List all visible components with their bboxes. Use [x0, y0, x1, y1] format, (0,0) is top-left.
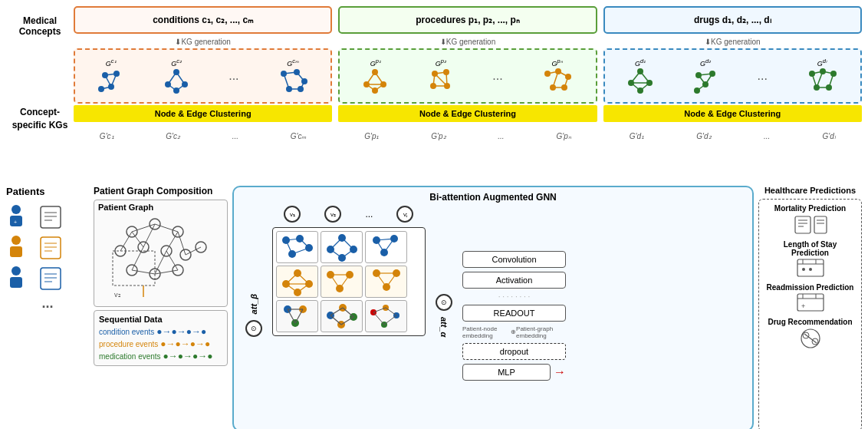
svg-line-134	[292, 248, 309, 254]
concept-kgs-label: Concept-specific KGs	[6, 55, 74, 183]
record-icon-2	[37, 234, 64, 262]
svg-line-175	[295, 309, 303, 323]
proc-clustered: G'p₁G'p₂...G'pₙ	[338, 132, 597, 140]
drug-rec-label: Drug Recommendation	[764, 318, 856, 326]
readmission-pred: Readmission Prediction +	[764, 283, 856, 313]
svg-line-79	[829, 74, 833, 87]
att-alpha-label: att_α	[439, 317, 449, 337]
svg-line-22	[297, 72, 304, 81]
drugs-graphs-box: Gd₁	[603, 48, 862, 104]
node-v1: v₁	[284, 206, 301, 223]
proc-graph-svg-1	[362, 68, 389, 94]
svg-line-114	[120, 232, 132, 251]
mlp-block: MLP	[462, 364, 551, 381]
mlp-row: MLP →	[462, 364, 566, 381]
svg-line-81	[817, 71, 823, 87]
drug-clustered: G'd₁G'd₂...G'dₗ	[603, 132, 862, 140]
cond-graph-1: Gc₁	[97, 58, 124, 94]
cond-graph-svg-2	[163, 68, 190, 94]
svg-point-95	[12, 266, 21, 276]
readmission-icon: +	[795, 292, 826, 313]
node-vj: vⱼ	[396, 206, 413, 223]
subgraph-cell-31	[276, 300, 318, 332]
kg-arrows-row: ⬇ KG generation ⬇ KG generation ⬇ KG gen…	[74, 35, 862, 48]
activation-block: Activation	[462, 272, 566, 289]
cond-graph-svg-1	[97, 68, 124, 94]
svg-line-169	[386, 273, 396, 287]
clustered-row: G'c₁G'c₂...G'cₘ G'p₁G'p₂...G'pₙ G'd₁G'd₂…	[74, 124, 862, 148]
svg-line-69	[705, 74, 712, 84]
subgraph-row-3	[276, 300, 422, 332]
record-icon-1	[37, 203, 64, 231]
svg-text:+: +	[801, 302, 805, 310]
svg-rect-90	[10, 246, 22, 257]
patient-node-emb: Patient-node embedding	[462, 325, 511, 339]
svg-line-120	[155, 251, 166, 274]
proc-graph-svg-n	[541, 68, 574, 94]
svg-line-170	[376, 273, 386, 287]
subgraph-row-2	[276, 266, 422, 298]
svg-text:+: +	[14, 219, 17, 225]
subgraph-cell-33	[365, 300, 407, 332]
drug-graph-2: Gd₂	[692, 58, 719, 94]
drug-graph-svg-1	[627, 68, 654, 94]
svg-line-6	[111, 74, 117, 87]
patient-graph-emb: Patient-graph embedding	[516, 325, 566, 339]
svg-rect-193	[795, 216, 810, 233]
procedures-graphs-box: Gp₁	[338, 48, 597, 104]
patient-graph-title: Patient Graph	[98, 203, 153, 212]
patient-icon-2	[6, 234, 34, 262]
svg-line-143	[342, 249, 353, 258]
predictions-title: Healthcare Predictions	[758, 186, 862, 195]
los-pred: Length of Stay Prediction	[764, 240, 856, 279]
headers-row: conditions c₁, c₂, ..., cₘ procedures p₁…	[74, 6, 862, 34]
svg-line-149	[376, 240, 384, 252]
mortality-pred: Mortality Prediction	[764, 204, 856, 236]
mortality-icon	[791, 213, 830, 236]
patient-row-2	[6, 234, 89, 262]
svg-line-70	[697, 84, 705, 91]
los-label: Length of Stay Prediction	[764, 240, 856, 257]
subgraph-row-1	[276, 231, 422, 263]
patients-label: Patients	[6, 186, 89, 197]
subgraph-cell-32	[321, 300, 363, 332]
cond-graph-2: Gc₂	[163, 58, 190, 94]
svg-line-121	[166, 251, 178, 270]
biattention-panel: Bi-attention Augmented GNN att_β ⊙ v₁ v₂…	[232, 186, 754, 429]
svg-line-50	[558, 71, 568, 77]
svg-line-154	[286, 273, 298, 284]
medication-events-row: medication events ●→●→●→●	[99, 351, 222, 361]
condition-events-row: condition events ●→●→●→●	[99, 326, 222, 337]
svg-line-12	[168, 72, 176, 84]
svg-line-58	[631, 71, 640, 83]
drug-kg-arrow: ⬇ KG generation	[603, 35, 862, 48]
cond-graph-m: Gcₘ	[278, 58, 308, 94]
svg-line-115	[132, 232, 143, 247]
multiply-circle: ⊙	[245, 320, 262, 337]
svg-line-60	[631, 83, 640, 91]
svg-line-182	[343, 308, 353, 317]
drug-rec-icon	[795, 326, 826, 349]
procedure-events-label: procedure events	[99, 340, 158, 348]
svg-line-183	[330, 315, 341, 325]
drug-rec-pred: Drug Recommendation	[764, 318, 856, 349]
proc-graph-n: Gpₙ	[541, 58, 574, 94]
patient-row-3	[6, 265, 89, 292]
att-beta-label: att_β	[249, 294, 258, 314]
drugs-header: drugs d₁, d₂, ..., dₗ	[603, 6, 862, 34]
patient-row-1: +	[6, 203, 89, 231]
svg-line-25	[284, 74, 289, 89]
svg-line-142	[330, 249, 342, 258]
svg-line-133	[300, 239, 309, 248]
svg-line-163	[340, 275, 350, 289]
drug-graph-svg-2	[692, 68, 719, 94]
proc-graph-svg-2	[427, 68, 454, 94]
medical-concepts-label: Medical Concepts	[6, 12, 74, 40]
main-container: Medical Concepts Concept-specific KGs co…	[0, 0, 868, 429]
svg-line-51	[553, 71, 558, 87]
svg-line-141	[342, 238, 353, 249]
predictions-dashed-box: Mortality Prediction Length of Stay Pred…	[758, 199, 862, 429]
svg-line-122	[186, 247, 201, 255]
svg-line-192	[373, 312, 384, 325]
conditions-graphs-box: Gc₁	[74, 48, 332, 104]
